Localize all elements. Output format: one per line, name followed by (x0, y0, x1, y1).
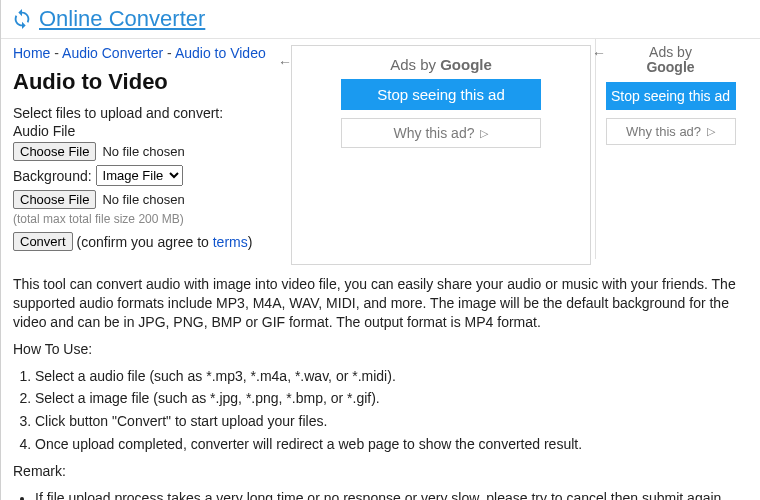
breadcrumb-current[interactable]: Audio to Video (175, 45, 266, 61)
howto-step: Select a audio file (such as *.mp3, *.m4… (35, 367, 748, 386)
page-title: Audio to Video (13, 69, 281, 95)
breadcrumb-sep: - (54, 45, 59, 61)
content-body: This tool can convert audio with image i… (1, 265, 760, 500)
howto-step: Select a image file (such as *.jpg, *.pn… (35, 389, 748, 408)
background-select[interactable]: Image File (96, 165, 183, 186)
image-file-status: No file chosen (102, 192, 184, 207)
howto-step: Once upload completed, converter will re… (35, 435, 748, 454)
stop-seeing-ad-button[interactable]: Stop seeing this ad (341, 79, 541, 110)
howto-heading: How To Use: (13, 340, 748, 359)
remark-heading: Remark: (13, 462, 748, 481)
confirm-text: (confirm you agree to terms) (77, 234, 253, 250)
ad-box-right: ← Ads by Google Stop seeing this ad Why … (595, 39, 745, 259)
adchoices-icon: ▷ (707, 125, 715, 138)
audio-file-status: No file chosen (102, 144, 184, 159)
stop-seeing-ad-button[interactable]: Stop seeing this ad (606, 82, 736, 110)
site-header: Online Converter (1, 0, 760, 34)
breadcrumb-home[interactable]: Home (13, 45, 50, 61)
refresh-arrows-icon (11, 8, 33, 30)
breadcrumb-sep: - (167, 45, 172, 61)
site-title-link[interactable]: Online Converter (39, 6, 205, 32)
image-choose-file-button[interactable]: Choose File (13, 190, 96, 209)
ad-close-icon[interactable]: ← (592, 45, 606, 61)
convert-button[interactable]: Convert (13, 232, 73, 251)
filesize-hint: (total max total file size 200 MB) (13, 212, 281, 226)
background-label: Background: (13, 168, 92, 184)
howto-list: Select a audio file (such as *.mp3, *.m4… (35, 367, 748, 455)
ad-close-icon[interactable]: ← (278, 54, 292, 70)
ad-box-center: ← Ads by Google Stop seeing this ad Why … (291, 45, 591, 265)
why-this-ad-button[interactable]: Why this ad?▷ (606, 118, 736, 145)
remark-list: If file upload process takes a very long… (35, 489, 748, 500)
ads-by-label: Ads by Google (300, 56, 582, 73)
google-logo-text: Google (440, 56, 492, 73)
breadcrumb: Home - Audio Converter - Audio to Video (13, 45, 281, 61)
terms-link[interactable]: terms (213, 234, 248, 250)
audio-choose-file-button[interactable]: Choose File (13, 142, 96, 161)
adchoices-icon: ▷ (480, 127, 488, 140)
why-this-ad-button[interactable]: Why this ad?▷ (341, 118, 541, 148)
breadcrumb-category[interactable]: Audio Converter (62, 45, 163, 61)
ads-by-label: Ads by Google (602, 45, 739, 76)
google-logo-text: Google (646, 59, 694, 75)
select-files-label: Select files to upload and convert: (13, 105, 281, 121)
howto-step: Click button "Convert" to start upload y… (35, 412, 748, 431)
tool-description: This tool can convert audio with image i… (13, 275, 748, 332)
audio-file-label: Audio File (13, 123, 281, 139)
remark-item: If file upload process takes a very long… (35, 489, 748, 500)
form-column: Home - Audio Converter - Audio to Video … (1, 39, 291, 251)
